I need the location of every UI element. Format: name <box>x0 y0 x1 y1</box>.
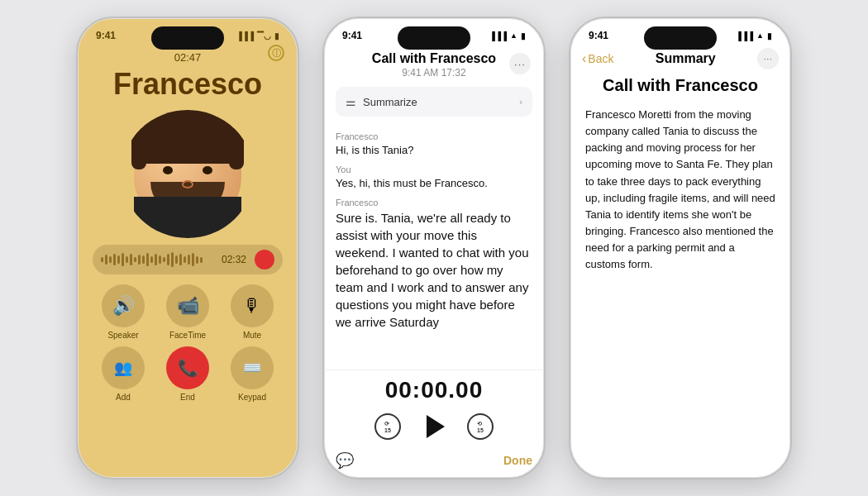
wifi-icon: ▔◡ <box>257 31 271 41</box>
summary-body-text: Francesco Moretti from the moving compan… <box>585 107 775 273</box>
dynamic-island-3 <box>644 26 717 50</box>
wbar <box>113 254 116 265</box>
call-header: Call with Francesco 9:41 AM 17:32 ··· <box>324 45 544 87</box>
keypad-icon: ⌨️ <box>231 346 274 389</box>
playback-section: 00:00.00 ⟳15 ⟲15 <box>324 370 544 446</box>
wbar <box>130 254 132 265</box>
back-chevron-icon: ‹ <box>582 51 586 66</box>
caller-name: Francesco <box>113 67 262 102</box>
record-button[interactable] <box>255 250 274 269</box>
recording-bar: 02:32 <box>93 245 283 274</box>
keypad-button[interactable]: ⌨️ Keypad <box>231 346 274 402</box>
play-button[interactable] <box>419 412 449 441</box>
info-icon[interactable]: ⓘ <box>268 45 284 61</box>
transcript-screen: Call with Francesco 9:41 AM 17:32 ··· ⚌ … <box>324 45 544 478</box>
speaker-icon: 🔊 <box>102 284 145 327</box>
mute-icon: 🎙 <box>231 284 274 327</box>
record-timer: 02:32 <box>222 254 246 265</box>
end-label: End <box>180 393 195 402</box>
transcript-icon[interactable]: 💬 <box>336 451 354 470</box>
end-icon: 📞 <box>166 346 209 389</box>
summary-content: Call with Francesco Francesco Moretti fr… <box>570 76 790 478</box>
skip-forward-button[interactable]: ⟲15 <box>467 413 494 440</box>
status-time-2: 9:41 <box>342 30 362 41</box>
wbar <box>155 254 157 265</box>
wbar <box>188 255 190 265</box>
avatar-face <box>122 110 254 238</box>
battery-icon-2: ▮ <box>521 31 526 41</box>
wbar <box>159 255 161 264</box>
transcript-line-3: Sure is. Tania, we're all ready to assis… <box>336 209 532 331</box>
waveform <box>101 251 213 268</box>
status-icons-1: ▐▐▐ ▔◡ ▮ <box>236 31 279 41</box>
button-row-1: 🔊 Speaker 📹 FaceTime 🎙 Mute <box>91 284 284 340</box>
skip-forward-label: ⟲15 <box>477 421 484 433</box>
wbar <box>184 256 186 263</box>
call-timer: 02:47 <box>174 51 202 64</box>
done-button[interactable]: Done <box>503 454 532 467</box>
playback-timer: 00:00.00 <box>385 377 484 403</box>
mute-label: Mute <box>243 331 261 340</box>
wbar <box>163 257 165 262</box>
wbar <box>142 255 145 264</box>
add-button[interactable]: 👥 Add <box>102 346 145 402</box>
dynamic-island-2 <box>398 26 470 50</box>
summary-nav-title: Summary <box>656 51 716 66</box>
facetime-label: FaceTime <box>169 331 206 340</box>
transcript-footer: 💬 Done <box>324 446 544 478</box>
wbar <box>200 257 203 263</box>
dynamic-island <box>151 26 224 50</box>
wbar <box>138 255 141 265</box>
camera-icon: 📹 <box>166 284 209 327</box>
add-icon: 👥 <box>102 346 145 389</box>
skip-back-label: ⟳15 <box>384 421 391 433</box>
wbar <box>109 256 112 263</box>
playback-controls: ⟳15 ⟲15 <box>374 412 494 441</box>
summary-screen: ‹ Back Summary ··· Call with Francesco F… <box>570 45 790 478</box>
wbar <box>117 255 120 264</box>
add-label: Add <box>116 393 131 402</box>
call-buttons: 🔊 Speaker 📹 FaceTime 🎙 Mute 👥 Add <box>91 284 284 402</box>
speaker-button[interactable]: 🔊 Speaker <box>102 284 145 340</box>
signal-icon: ▐▐▐ <box>236 31 254 41</box>
play-icon <box>427 415 445 438</box>
status-icons-2: ▐▐▐ ▲ ▮ <box>489 31 526 41</box>
wifi-icon-2: ▲ <box>510 31 517 40</box>
more-icon: ··· <box>764 54 773 64</box>
wifi-icon-3: ▲ <box>756 31 764 40</box>
wbar <box>167 254 169 265</box>
wbar <box>101 257 103 262</box>
summary-more-button[interactable]: ··· <box>757 48 779 69</box>
wbar <box>146 253 149 266</box>
transcript-line-1: Hi, is this Tania? <box>336 143 532 158</box>
summarize-bar[interactable]: ⚌ Summarize › <box>336 87 532 117</box>
summarize-label: Summarize <box>363 96 513 108</box>
button-row-2: 👥 Add 📞 End ⌨️ Keypad <box>91 346 284 402</box>
call-header-title: Call with Francesco <box>357 51 511 66</box>
signal-icon-3: ▐▐▐ <box>736 31 753 41</box>
facetime-button[interactable]: 📹 FaceTime <box>166 284 209 340</box>
transcript-area: Francesco Hi, is this Tania? You Yes, hi… <box>324 125 544 370</box>
phone-transcript: 9:41 ▐▐▐ ▲ ▮ Call with Francesco 9:41 AM… <box>322 17 546 479</box>
wbar <box>171 252 174 267</box>
wbar <box>122 253 124 266</box>
summarize-icon: ⚌ <box>346 95 356 108</box>
speaker-2-label: You <box>336 165 532 174</box>
wbar <box>105 255 107 265</box>
transcript-line-2: Yes, hi, this must be Francesco. <box>336 176 532 191</box>
status-time-1: 9:41 <box>96 30 116 41</box>
summary-call-title: Call with Francesco <box>585 76 775 95</box>
status-time-3: 9:41 <box>589 30 608 41</box>
wbar <box>175 255 178 264</box>
memoji-avatar <box>122 110 254 238</box>
wbar <box>126 256 128 263</box>
end-button[interactable]: 📞 End <box>166 346 209 402</box>
phone-active-call: 9:41 ▐▐▐ ▔◡ ▮ ⓘ 02:47 Francesco <box>76 17 299 479</box>
back-button[interactable]: ‹ Back <box>582 51 613 66</box>
call-screen: ⓘ 02:47 Francesco <box>78 45 298 478</box>
more-button[interactable]: ··· <box>509 53 531 74</box>
speaker-label: Speaker <box>107 331 138 340</box>
skip-back-button[interactable]: ⟳15 <box>374 413 401 440</box>
mute-button[interactable]: 🎙 Mute <box>231 284 274 340</box>
wbar <box>196 256 198 264</box>
